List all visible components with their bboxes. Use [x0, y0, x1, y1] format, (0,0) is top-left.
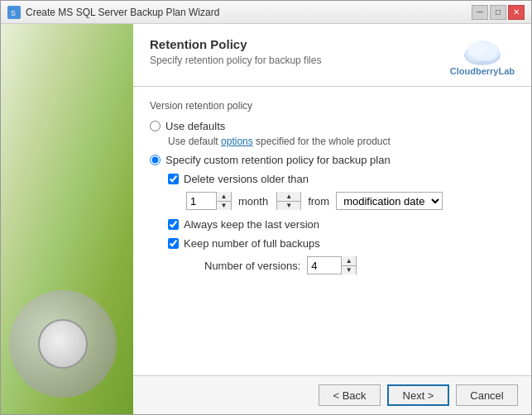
num-versions-label: Number of versions: [204, 260, 300, 272]
left-panel [1, 24, 133, 414]
cloudberry-label: CloudberryLab [450, 66, 515, 76]
window-controls: ─ □ ✕ [472, 5, 525, 20]
right-panel: Retention Policy Specify retention polic… [133, 24, 531, 414]
maximize-button[interactable]: □ [490, 5, 506, 20]
cloudberry-logo: CloudberryLab [450, 37, 515, 76]
keep-last-checkbox[interactable] [168, 219, 179, 230]
main-content: Version retention policy Use defaults Us… [133, 87, 531, 375]
age-spinner-arrows: ▲ ▼ [216, 192, 231, 210]
unit-spinner: ▲ ▼ [276, 192, 301, 210]
keep-last-checkbox-item: Always keep the last version [168, 218, 515, 231]
age-spinner-up[interactable]: ▲ [217, 192, 231, 202]
num-versions-down[interactable]: ▼ [342, 266, 356, 275]
radio-item-defaults: Use defaults [150, 120, 515, 132]
from-label: from [304, 195, 333, 208]
close-button[interactable]: ✕ [508, 5, 525, 20]
use-defaults-label[interactable]: Use defaults [165, 120, 225, 132]
use-defaults-note-prefix: Use default [168, 136, 221, 147]
footer: < Back Next > Cancel [133, 375, 531, 414]
age-spinner-down[interactable]: ▼ [217, 202, 231, 211]
cancel-button[interactable]: Cancel [456, 384, 518, 406]
use-defaults-note: Use default options specified for the wh… [168, 136, 515, 147]
svg-text:S: S [11, 9, 16, 17]
minimize-button[interactable]: ─ [472, 5, 488, 20]
custom-retention-radio[interactable] [150, 155, 161, 165]
svg-point-6 [468, 41, 488, 56]
page-subtitle: Specify retention policy for backup file… [150, 55, 442, 66]
section-title: Version retention policy [150, 100, 515, 112]
unit-spinner-down[interactable]: ▼ [277, 202, 300, 211]
main-window: S Create MS SQL Server Backup Plan Wizar… [0, 0, 532, 415]
radio-item-custom: Specify custom retention policy for back… [150, 154, 515, 166]
unit-spinner-arrows: ▲ ▼ [277, 192, 300, 210]
content-area: Retention Policy Specify retention polic… [1, 24, 531, 414]
unit-label: month [235, 195, 271, 208]
page-title: Retention Policy [150, 37, 442, 51]
keep-full-label[interactable]: Keep number of full backups [184, 237, 320, 250]
date-type-select[interactable]: modification date creation date access d… [336, 192, 443, 210]
window-title: Create MS SQL Server Backup Plan Wizard [26, 7, 472, 18]
back-button[interactable]: < Back [319, 384, 381, 406]
use-defaults-radio[interactable] [150, 121, 161, 131]
use-defaults-note-suffix: specified for the whole product [253, 136, 391, 147]
num-versions-input[interactable] [308, 257, 341, 274]
title-bar: S Create MS SQL Server Backup Plan Wizar… [1, 1, 531, 24]
next-button[interactable]: Next > [387, 384, 449, 406]
window-icon: S [7, 6, 21, 19]
delete-versions-checkbox[interactable] [168, 174, 179, 184]
num-versions-spinner: ▲ ▼ [307, 256, 357, 274]
keep-full-checkbox[interactable] [168, 238, 179, 249]
disc-inner [38, 319, 88, 369]
age-spinner: ▲ ▼ [186, 192, 232, 210]
num-versions-row: Number of versions: ▲ ▼ [204, 256, 515, 274]
keep-last-label[interactable]: Always keep the last version [184, 218, 319, 231]
custom-section: Delete versions older than ▲ ▼ month [168, 173, 515, 274]
header-text: Retention Policy Specify retention polic… [150, 37, 442, 66]
age-input[interactable] [187, 193, 216, 209]
version-age-row: ▲ ▼ month ▲ ▼ from [186, 192, 515, 210]
delete-versions-label[interactable]: Delete versions older than [184, 173, 309, 185]
cloudberry-icon [462, 37, 503, 66]
options-link[interactable]: options [221, 136, 253, 147]
num-versions-up[interactable]: ▲ [342, 256, 356, 266]
delete-versions-checkbox-item: Delete versions older than [168, 173, 515, 185]
unit-spinner-up[interactable]: ▲ [277, 192, 300, 202]
custom-retention-label[interactable]: Specify custom retention policy for back… [165, 154, 391, 166]
radio-group-retention: Use defaults Use default options specifi… [150, 120, 515, 166]
num-versions-arrows: ▲ ▼ [341, 256, 356, 274]
keep-full-checkbox-item: Keep number of full backups [168, 237, 515, 250]
page-header: Retention Policy Specify retention polic… [133, 24, 531, 87]
